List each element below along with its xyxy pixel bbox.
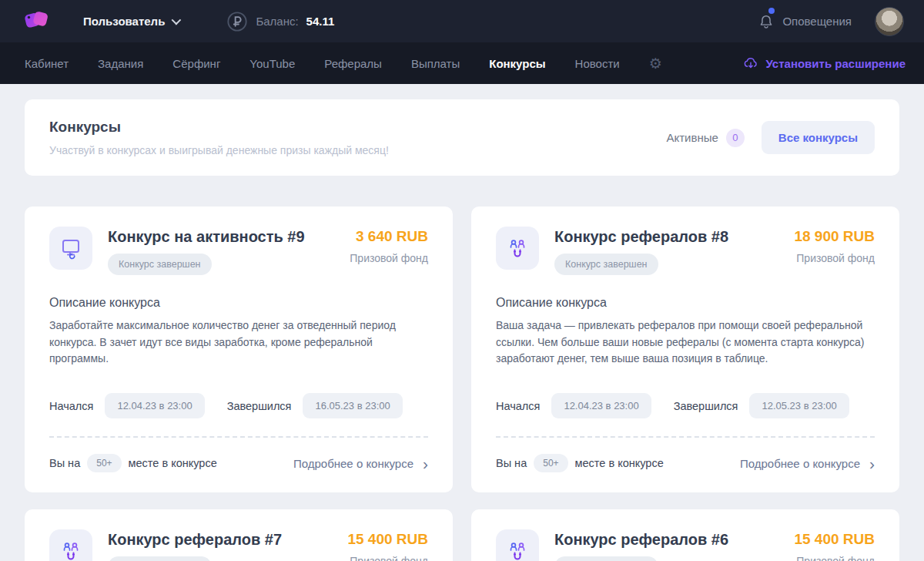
started-date-chip: 12.04.23 в 23:00	[105, 393, 204, 418]
nav-item-surfing[interactable]: Сёрфинг	[172, 57, 220, 70]
contest-title: Конкурс рефералов #8	[554, 227, 728, 246]
prize-label: Призовой фонд	[350, 252, 428, 264]
contest-card: Конкурс на активность #9 Конкурс заверше…	[25, 207, 453, 492]
status-badge: Конкурс завершен	[554, 556, 658, 561]
nav-item-youtube[interactable]: YouTube	[249, 57, 295, 70]
referrals-icon	[496, 529, 539, 561]
install-extension-label: Установить расширение	[765, 57, 906, 70]
ended-date-chip: 12.05.23 в 23:00	[749, 393, 849, 418]
place-suffix: месте в конкурсе	[575, 457, 664, 469]
app-logo-icon[interactable]	[20, 8, 52, 35]
balance-value: 54.11	[306, 15, 335, 28]
place-prefix: Вы на	[496, 457, 527, 469]
dashed-divider	[496, 436, 875, 438]
nav-item-referrals[interactable]: Рефералы	[324, 57, 382, 70]
avatar[interactable]	[875, 7, 904, 36]
details-link-label: Подробнее о конкурсе	[293, 457, 413, 470]
prize-label: Призовой фонд	[794, 252, 875, 264]
bell-icon	[758, 13, 775, 30]
all-contests-button[interactable]: Все конкурсы	[762, 121, 875, 154]
description-title: Описание конкурса	[496, 296, 875, 310]
contest-card: Конкурс рефералов #7 Конкурс завершен 15…	[25, 509, 453, 561]
referrals-icon	[49, 529, 92, 561]
topbar: Пользователь Баланс: 54.11 Оповещения	[0, 0, 924, 42]
page-header-card: Конкурсы Участвуй в конкурсах и выигрыва…	[25, 99, 899, 176]
status-badge: Конкурс завершен	[108, 254, 212, 275]
prize-value: 3 640 RUB	[350, 228, 428, 245]
started-date-chip: 12.04.23 в 23:00	[551, 393, 651, 418]
ruble-icon	[226, 11, 248, 32]
contest-details-link[interactable]: Подробнее о конкурсе ›	[740, 455, 875, 472]
nav-item-news[interactable]: Новости	[575, 57, 620, 70]
ended-label: Завершился	[674, 400, 738, 412]
cloud-download-icon	[743, 56, 758, 70]
nav-item-payouts[interactable]: Выплаты	[411, 57, 460, 70]
balance-label: Баланс:	[256, 15, 298, 28]
contest-title: Конкурс на активность #9	[108, 227, 305, 246]
nav-item-contests[interactable]: Конкурсы	[489, 57, 545, 70]
status-badge: Конкурс завершен	[554, 254, 658, 275]
install-extension-link[interactable]: Установить расширение	[743, 56, 906, 70]
gear-icon[interactable]: ⚙	[649, 56, 662, 71]
contest-card: Конкурс рефералов #8 Конкурс завершен 18…	[471, 207, 899, 492]
description-text: Ваша задача — привлекать рефералов при п…	[496, 317, 875, 368]
notification-dot	[768, 8, 775, 14]
referrals-icon	[496, 227, 539, 270]
contest-card: Конкурс рефералов #6 Конкурс завершен 15…	[471, 509, 899, 561]
chevron-right-icon: ›	[869, 455, 875, 472]
prize-value: 15 400 RUB	[347, 531, 428, 548]
nav-item-cabinet[interactable]: Кабинет	[25, 57, 69, 70]
page-subtitle: Участвуй в конкурсах и выигрывай денежны…	[49, 144, 389, 156]
activity-monitor-icon	[49, 227, 92, 270]
place-prefix: Вы на	[49, 457, 80, 469]
prize-label: Призовой фонд	[794, 555, 875, 561]
description-text: Заработайте максимальное количество дене…	[49, 317, 428, 368]
ended-date-chip: 16.05.23 в 23:00	[303, 393, 402, 418]
prize-value: 15 400 RUB	[794, 531, 875, 548]
place-badge: 50+	[534, 454, 567, 472]
contest-title: Конкурс рефералов #7	[108, 529, 282, 549]
page-title: Конкурсы	[49, 119, 389, 136]
status-badge: Конкурс завершен	[108, 556, 212, 561]
dashed-divider	[49, 436, 428, 438]
balance: Баланс: 54.11	[226, 11, 334, 32]
contests-grid: Конкурс на активность #9 Конкурс заверше…	[25, 207, 899, 561]
main-content: Конкурсы Участвуй в конкурсах и выигрыва…	[0, 84, 924, 561]
ended-label: Завершился	[227, 400, 292, 412]
details-link-label: Подробнее о конкурсе	[740, 457, 860, 470]
started-label: Начался	[49, 400, 93, 412]
main-nav: Кабинет Задания Сёрфинг YouTube Рефералы…	[0, 42, 924, 84]
chevron-down-icon	[172, 15, 182, 25]
place-badge: 50+	[87, 454, 121, 472]
notifications-label: Оповещения	[782, 15, 852, 28]
nav-item-tasks[interactable]: Задания	[98, 57, 143, 70]
active-filter[interactable]: Активные 0	[666, 129, 744, 147]
contest-title: Конкурс рефералов #6	[554, 529, 728, 549]
user-menu[interactable]: Пользователь	[83, 15, 179, 28]
active-filter-label: Активные	[666, 131, 718, 144]
description-title: Описание конкурса	[49, 296, 428, 310]
user-menu-label: Пользователь	[83, 15, 165, 28]
active-count-badge: 0	[726, 129, 745, 147]
chevron-right-icon: ›	[423, 455, 428, 472]
place-suffix: месте в конкурсе	[129, 457, 217, 469]
notifications-button[interactable]: Оповещения	[758, 13, 852, 30]
started-label: Начался	[496, 400, 540, 412]
prize-label: Призовой фонд	[347, 555, 428, 561]
prize-value: 18 900 RUB	[794, 228, 875, 245]
contest-details-link[interactable]: Подробнее о конкурсе ›	[293, 455, 428, 472]
